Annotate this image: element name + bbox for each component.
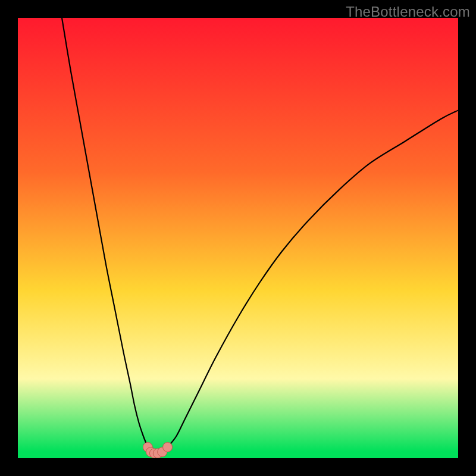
valley-marker	[163, 443, 173, 452]
plot-area	[18, 18, 458, 458]
gradient-background	[18, 18, 458, 458]
chart-frame: TheBottleneck.com	[0, 0, 476, 476]
chart-svg	[18, 18, 458, 458]
